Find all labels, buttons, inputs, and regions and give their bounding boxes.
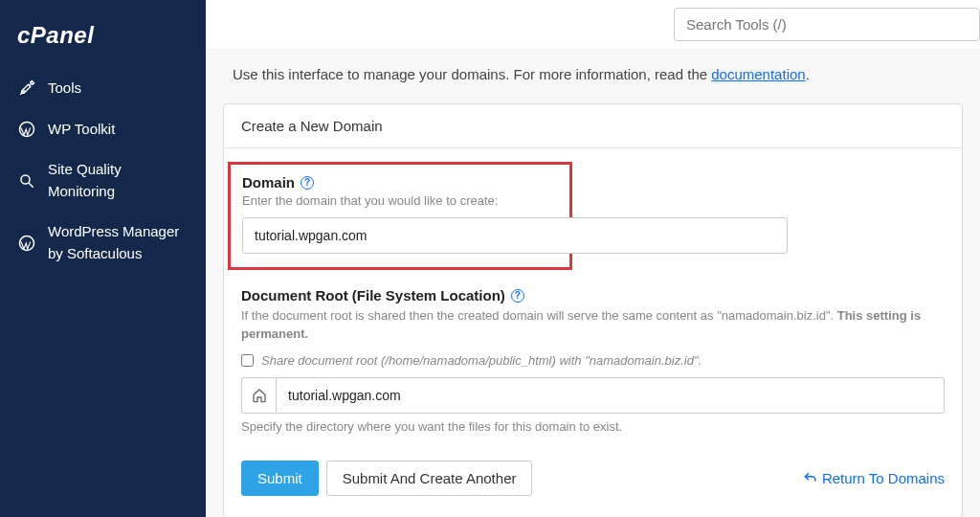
docroot-below-hint: Specify the directory where you want the… bbox=[241, 419, 945, 434]
intro-text: Use this interface to manage your domain… bbox=[206, 49, 980, 94]
return-link-text: Return To Domains bbox=[822, 470, 945, 486]
sidebar-item-tools[interactable]: Tools bbox=[0, 68, 206, 109]
main-content: Use this interface to manage your domain… bbox=[206, 0, 980, 517]
share-docroot-row[interactable]: Share document root (/home/namadoma/publ… bbox=[241, 353, 945, 368]
documentation-link[interactable]: documentation bbox=[711, 66, 805, 82]
wordpress-icon bbox=[17, 120, 36, 139]
docroot-desc-1: If the document root is shared then the … bbox=[241, 308, 837, 323]
svg-line-2 bbox=[29, 183, 33, 188]
domain-label: Domain ? bbox=[242, 174, 558, 191]
return-link[interactable]: Return To Domains bbox=[803, 470, 945, 486]
docroot-input-group bbox=[241, 377, 945, 414]
sidebar-item-label: WP Toolkit bbox=[48, 119, 189, 141]
intro-prefix: Use this interface to manage your domain… bbox=[233, 66, 711, 82]
topbar bbox=[206, 0, 980, 49]
docroot-label-text: Document Root (File System Location) bbox=[241, 287, 505, 303]
docroot-input[interactable] bbox=[276, 377, 945, 414]
domain-hint: Enter the domain that you would like to … bbox=[242, 193, 558, 208]
sidebar: cPanel Tools WP Toolkit Site Quality Mon… bbox=[0, 0, 206, 517]
sidebar-item-label: Tools bbox=[48, 78, 189, 100]
brand-logo: cPanel bbox=[0, 14, 206, 68]
actions-row: Submit Submit And Create Another Return … bbox=[241, 461, 945, 496]
home-icon bbox=[241, 377, 276, 414]
share-docroot-label: Share document root (/home/namadoma/publ… bbox=[261, 353, 702, 368]
domain-field-block: Domain ? Enter the domain that you would… bbox=[228, 162, 572, 270]
sidebar-item-wp-toolkit[interactable]: WP Toolkit bbox=[0, 109, 206, 150]
sidebar-item-site-quality[interactable]: Site Quality Monitoring bbox=[0, 149, 206, 212]
search-input[interactable] bbox=[674, 8, 980, 41]
sidebar-item-wp-manager[interactable]: WordPress Manager by Softaculous bbox=[0, 212, 206, 274]
share-docroot-checkbox[interactable] bbox=[241, 354, 254, 367]
submit-button[interactable]: Submit bbox=[241, 461, 319, 496]
brand-text: cPanel bbox=[17, 22, 94, 48]
domain-label-text: Domain bbox=[242, 174, 295, 191]
intro-suffix: . bbox=[806, 66, 810, 82]
wordpress-icon bbox=[17, 234, 36, 253]
docroot-desc: If the document root is shared then the … bbox=[241, 307, 945, 344]
sidebar-item-label: WordPress Manager by Softaculous bbox=[48, 221, 189, 264]
help-icon[interactable]: ? bbox=[301, 176, 314, 190]
create-domain-card: Create a New Domain Domain ? Enter the d… bbox=[223, 103, 963, 517]
return-arrow-icon bbox=[803, 471, 816, 484]
card-title: Create a New Domain bbox=[224, 104, 962, 148]
search-wrap bbox=[674, 8, 980, 41]
magnifier-icon bbox=[17, 171, 36, 191]
docroot-label: Document Root (File System Location) ? bbox=[241, 287, 945, 303]
svg-point-1 bbox=[21, 175, 30, 184]
docroot-field-block: Document Root (File System Location) ? I… bbox=[241, 287, 945, 434]
sidebar-item-label: Site Quality Monitoring bbox=[48, 159, 189, 202]
submit-another-button[interactable]: Submit And Create Another bbox=[326, 461, 533, 496]
card-body: Domain ? Enter the domain that you would… bbox=[224, 148, 962, 517]
help-icon[interactable]: ? bbox=[511, 289, 524, 303]
wrench-icon bbox=[17, 79, 36, 98]
domain-input[interactable] bbox=[242, 217, 788, 254]
